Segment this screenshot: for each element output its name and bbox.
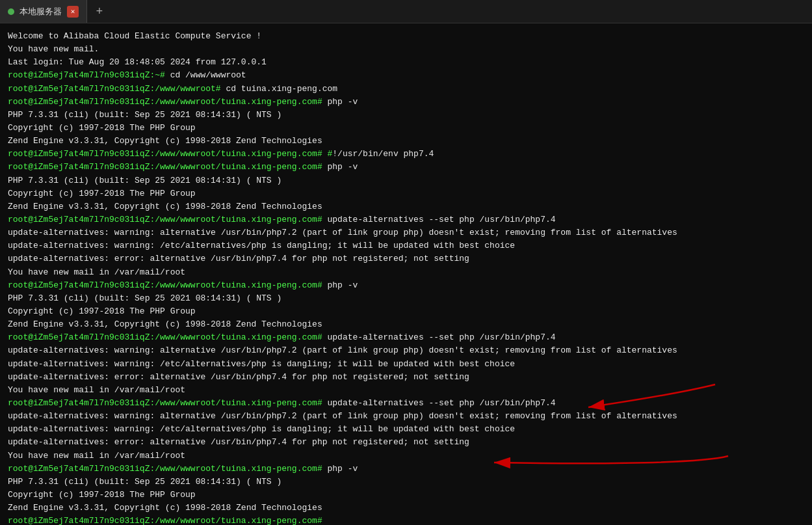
tab-close-button[interactable]: ✕: [67, 6, 79, 18]
terminal-line: Copyright (c) 1997-2018 The PHP Group: [8, 489, 804, 502]
terminal-line: You have new mail in /var/mail/root: [8, 266, 804, 279]
terminal-line: PHP 7.3.31 (cli) (built: Sep 25 2021 08:…: [8, 109, 804, 122]
tab-status-dot: [8, 8, 14, 15]
terminal-line: Zend Engine v3.3.31, Copyright (c) 1998-…: [8, 135, 804, 148]
terminal-line: update-alternatives: warning: /etc/alter…: [8, 423, 804, 436]
terminal-line: PHP 7.3.31 (cli) (built: Sep 25 2021 08:…: [8, 476, 804, 489]
terminal-line: root@iZm5ej7at4m7l7n9c031iqZ:/www/wwwroo…: [8, 331, 804, 344]
tab-title: 本地服务器: [20, 6, 62, 18]
terminal-line: update-alternatives: warning: /etc/alter…: [8, 358, 804, 371]
terminal-line: update-alternatives: warning: /etc/alter…: [8, 239, 804, 252]
terminal-line: root@iZm5ej7at4m7l7n9c031iqZ:/www/wwwroo…: [8, 83, 804, 96]
terminal-line: PHP 7.3.31 (cli) (built: Sep 25 2021 08:…: [8, 174, 804, 187]
terminal-line: update-alternatives: warning: alternativ…: [8, 226, 804, 239]
terminal-line: update-alternatives: error: alternative …: [8, 252, 804, 265]
terminal-line: update-alternatives: error: alternative …: [8, 371, 804, 384]
terminal-line: root@iZm5ej7at4m7l7n9c031iqZ:/www/wwwroo…: [8, 279, 804, 292]
terminal-line: root@iZm5ej7at4m7l7n9c031iqZ:/www/wwwroo…: [8, 96, 804, 109]
tab-bar: 本地服务器 ✕ +: [0, 0, 812, 23]
terminal-line: update-alternatives: warning: alternativ…: [8, 344, 804, 357]
terminal-line: PHP 7.3.31 (cli) (built: Sep 25 2021 08:…: [8, 292, 804, 305]
terminal-area[interactable]: Welcome to Alibaba Cloud Elastic Compute…: [0, 23, 812, 525]
terminal-line: You have new mail in /var/mail/root: [8, 450, 804, 463]
terminal-line: Zend Engine v3.3.31, Copyright (c) 1998-…: [8, 318, 804, 331]
terminal-line: root@iZm5ej7at4m7l7n9c031iqZ:/www/wwwroo…: [8, 463, 804, 476]
terminal-line: root@iZm5ej7at4m7l7n9c031iqZ:/www/wwwroo…: [8, 148, 804, 161]
terminal-line: Zend Engine v3.3.31, Copyright (c) 1998-…: [8, 502, 804, 515]
tab-add-button[interactable]: +: [90, 2, 109, 21]
terminal-line: root@iZm5ej7at4m7l7n9c031iqZ:/www/wwwroo…: [8, 515, 804, 525]
terminal-line: root@iZm5ej7at4m7l7n9c031iqZ:/www/wwwroo…: [8, 397, 804, 410]
tab-local-server[interactable]: 本地服务器 ✕: [0, 0, 87, 23]
terminal-line: root@iZm5ej7at4m7l7n9c031iqZ:~# cd /www/…: [8, 69, 804, 82]
terminal-line: Copyright (c) 1997-2018 The PHP Group: [8, 122, 804, 135]
terminal-line: update-alternatives: error: alternative …: [8, 436, 804, 449]
terminal-line: Copyright (c) 1997-2018 The PHP Group: [8, 305, 804, 318]
terminal-line: You have new mail in /var/mail/root: [8, 384, 804, 397]
terminal-line: Copyright (c) 1997-2018 The PHP Group: [8, 187, 804, 200]
terminal-line: root@iZm5ej7at4m7l7n9c031iqZ:/www/wwwroo…: [8, 213, 804, 226]
terminal-line: Last login: Tue Aug 20 18:48:05 2024 fro…: [8, 56, 804, 69]
terminal-line: You have new mail.: [8, 43, 804, 56]
terminal-line: Welcome to Alibaba Cloud Elastic Compute…: [8, 30, 804, 43]
terminal-line: Zend Engine v3.3.31, Copyright (c) 1998-…: [8, 200, 804, 213]
terminal-line: root@iZm5ej7at4m7l7n9c031iqZ:/www/wwwroo…: [8, 161, 804, 174]
terminal-line: update-alternatives: warning: alternativ…: [8, 410, 804, 423]
